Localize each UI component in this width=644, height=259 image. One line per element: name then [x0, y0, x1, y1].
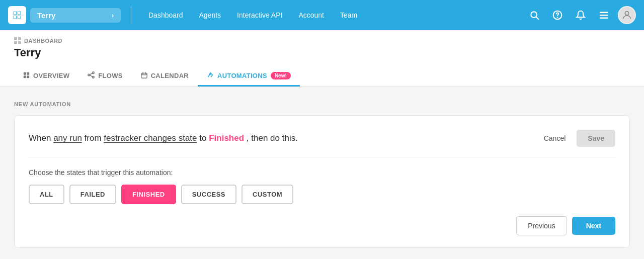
- svg-rect-1: [18, 12, 21, 15]
- nav-link-account[interactable]: Account: [291, 7, 331, 23]
- sentence-when: When: [29, 133, 53, 143]
- tab-overview-label: OVERVIEW: [33, 72, 69, 79]
- project-selector[interactable]: Terry ›: [30, 8, 121, 23]
- nav-link-interactive-api[interactable]: Interactive API: [230, 7, 289, 23]
- svg-rect-15: [27, 75, 29, 78]
- help-icon[interactable]: [548, 6, 567, 24]
- notifications-icon[interactable]: [572, 6, 590, 24]
- svg-line-19: [90, 73, 93, 75]
- main-content: NEW AUTOMATION When any run from festrac…: [0, 87, 644, 259]
- menu-icon[interactable]: [595, 6, 613, 24]
- automation-card: When any run from festracker changes sta…: [14, 115, 630, 248]
- next-button[interactable]: Next: [572, 217, 615, 235]
- svg-rect-9: [600, 15, 608, 16]
- svg-point-16: [88, 74, 90, 76]
- tab-automations-label: AUTOMATIONS: [217, 72, 267, 79]
- tab-calendar[interactable]: CALENDAR: [132, 67, 198, 87]
- sentence-to: to: [199, 133, 209, 143]
- sentence-state[interactable]: Finished: [209, 133, 244, 143]
- tab-flows-label: FLOWS: [98, 72, 122, 79]
- app-logo[interactable]: [8, 6, 26, 24]
- svg-line-20: [90, 75, 93, 76]
- page-header: DASHBOARD Terry OVERVIEW FLOWS: [0, 30, 644, 87]
- project-name: Terry: [37, 11, 55, 20]
- svg-rect-14: [24, 75, 26, 78]
- automations-icon: [207, 71, 214, 80]
- svg-rect-8: [600, 12, 608, 13]
- svg-rect-2: [14, 16, 17, 19]
- tab-automations-badge: New!: [271, 72, 291, 79]
- search-icon[interactable]: [525, 6, 543, 24]
- save-button[interactable]: Save: [577, 130, 615, 147]
- sentence-from: from: [85, 133, 104, 143]
- svg-line-5: [536, 17, 539, 20]
- state-btn-all[interactable]: ALL: [29, 185, 64, 204]
- user-avatar[interactable]: [618, 6, 636, 24]
- state-btn-failed[interactable]: FAILED: [69, 185, 116, 204]
- sentence-any-run[interactable]: any run: [53, 133, 82, 143]
- breadcrumb-label: DASHBOARD: [24, 38, 62, 44]
- state-buttons: ALL FAILED FINISHED SUCCESS CUSTOM: [29, 185, 615, 204]
- nav-links: Dashboard Agents Interactive API Account…: [141, 7, 521, 23]
- automation-sentence: When any run from festracker changes sta…: [29, 132, 298, 145]
- calendar-icon: [141, 72, 147, 80]
- tab-overview[interactable]: OVERVIEW: [14, 67, 78, 87]
- state-btn-finished[interactable]: FINISHED: [121, 185, 176, 204]
- chevron-right-icon: ›: [112, 12, 114, 19]
- tabs: OVERVIEW FLOWS CA: [14, 66, 630, 87]
- automation-sentence-row: When any run from festracker changes sta…: [29, 130, 615, 157]
- svg-point-18: [93, 76, 95, 78]
- nav-row: Previous Next: [29, 216, 615, 235]
- nav-actions: [525, 6, 636, 24]
- nav-link-dashboard[interactable]: Dashboard: [141, 7, 190, 23]
- cancel-button[interactable]: Cancel: [538, 130, 572, 146]
- trigger-section: Choose the states that trigger this auto…: [29, 168, 615, 204]
- nav-link-agents[interactable]: Agents: [192, 7, 228, 23]
- previous-button[interactable]: Previous: [516, 216, 567, 235]
- breadcrumb: DASHBOARD: [14, 37, 630, 44]
- svg-point-17: [93, 72, 95, 74]
- tab-calendar-label: CALENDAR: [151, 72, 189, 79]
- state-btn-custom[interactable]: CUSTOM: [242, 185, 293, 204]
- svg-rect-13: [27, 72, 29, 74]
- nav-link-team[interactable]: Team: [333, 7, 364, 23]
- tab-flows[interactable]: FLOWS: [78, 66, 131, 87]
- sentence-project[interactable]: festracker changes state: [104, 133, 197, 143]
- dashboard-icon: [14, 37, 21, 44]
- grid-icon: [23, 72, 30, 80]
- section-label: NEW AUTOMATION: [14, 101, 630, 107]
- svg-point-7: [557, 17, 558, 18]
- flows-icon: [88, 71, 95, 80]
- svg-rect-10: [600, 18, 608, 19]
- svg-rect-3: [18, 16, 21, 19]
- trigger-label: Choose the states that trigger this auto…: [29, 168, 615, 177]
- nav-divider: [131, 6, 131, 24]
- svg-rect-21: [141, 73, 146, 78]
- svg-point-11: [625, 12, 628, 15]
- svg-rect-0: [14, 12, 17, 15]
- top-navigation: Terry › Dashboard Agents Interactive API…: [0, 0, 644, 30]
- svg-rect-12: [24, 72, 26, 74]
- tab-automations[interactable]: AUTOMATIONS New!: [198, 66, 300, 87]
- page-title: Terry: [14, 46, 630, 59]
- state-btn-success[interactable]: SUCCESS: [181, 185, 236, 204]
- card-actions: Cancel Save: [538, 130, 615, 147]
- sentence-then: , then do this.: [247, 133, 298, 143]
